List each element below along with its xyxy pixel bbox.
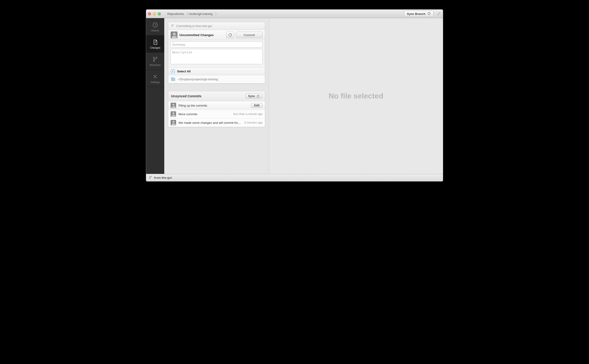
sync-button-label: Sync xyxy=(248,95,255,98)
close-window-button[interactable] xyxy=(148,12,151,15)
statusbar-branch-name[interactable]: from-the-gui xyxy=(154,176,172,179)
unsynced-panel: Unsynced Commits Sync Piling up the comm… xyxy=(168,91,265,127)
sync-branch-button[interactable]: Sync Branch xyxy=(404,11,434,17)
svg-point-3 xyxy=(153,60,154,61)
commits-list: Piling up the commitsEditMore commitsles… xyxy=(168,101,265,127)
fullscreen-button[interactable] xyxy=(437,12,441,16)
sync-branch-label: Sync Branch xyxy=(407,12,425,16)
svg-point-2 xyxy=(156,57,157,58)
select-all-label: Select All xyxy=(177,70,191,73)
breadcrumb-item[interactable]: Repositories xyxy=(165,12,186,16)
commit-panel: Committing to from-the-gui Uncommitted C… xyxy=(168,22,265,84)
svg-point-1 xyxy=(153,57,154,58)
folder-icon xyxy=(171,78,175,81)
commit-message: We made some changes and will commit fro… xyxy=(179,121,242,124)
project-path-row[interactable]: ~/Dropbox/projects/git-training xyxy=(168,75,265,83)
app-window: Repositories nicdev/git-training Sync Br… xyxy=(146,9,443,182)
branch-icon xyxy=(171,24,174,28)
svg-point-8 xyxy=(151,176,151,177)
svg-point-9 xyxy=(150,178,150,178)
commit-button[interactable]: Commit xyxy=(236,32,263,38)
minimize-window-button[interactable] xyxy=(153,12,156,15)
refresh-changes-button[interactable] xyxy=(226,32,234,38)
commit-item[interactable]: More commitsless than a minute ago xyxy=(168,110,265,118)
commit-branch-label: Committing to from-the-gui xyxy=(176,24,212,28)
commit-message: Piling up the commits xyxy=(179,104,249,107)
sidebar-item-branches[interactable]: Branches xyxy=(146,52,164,70)
summary-input[interactable] xyxy=(171,41,263,47)
statusbar: from-the-gui xyxy=(146,174,443,181)
titlebar: Repositories nicdev/git-training Sync Br… xyxy=(146,10,443,18)
commit-time: less than a minute ago xyxy=(233,112,263,116)
sidebar-item-label: History xyxy=(151,29,159,32)
sidebar-item-changes[interactable]: Changes xyxy=(146,35,164,52)
sidebar-item-label: Changes xyxy=(150,46,160,49)
commit-branch-header: Committing to from-the-gui xyxy=(168,22,265,30)
svg-point-5 xyxy=(173,25,174,25)
select-all-row[interactable]: ✓ Select All xyxy=(168,67,265,75)
commit-panel-title: Uncommitted Changes xyxy=(179,33,224,37)
project-path-label: ~/Dropbox/projects/git-training xyxy=(178,78,218,81)
commit-message: More commits xyxy=(179,112,231,116)
commit-form xyxy=(168,40,265,67)
avatar xyxy=(171,111,176,117)
sidebar-item-settings[interactable]: Settings xyxy=(146,70,164,87)
commit-item[interactable]: Piling up the commitsEdit xyxy=(168,101,265,110)
sidebar-item-history[interactable]: History xyxy=(146,18,164,35)
sidebar-item-label: Settings xyxy=(151,81,160,84)
sync-icon xyxy=(427,12,431,16)
sidebar-item-label: Branches xyxy=(150,64,161,66)
settings-icon xyxy=(152,73,158,80)
branches-icon xyxy=(152,56,158,63)
commit-item[interactable]: We made some changes and will commit fro… xyxy=(168,118,265,127)
description-input[interactable] xyxy=(171,49,263,64)
avatar xyxy=(171,103,176,108)
breadcrumb: Repositories nicdev/git-training xyxy=(165,12,215,16)
svg-point-7 xyxy=(150,176,150,177)
no-file-label: No file selected xyxy=(329,92,383,100)
svg-point-6 xyxy=(172,26,172,27)
select-all-checkbox[interactable]: ✓ xyxy=(171,69,175,73)
changes-column: Committing to from-the-gui Uncommitted C… xyxy=(164,18,269,174)
zoom-window-button[interactable] xyxy=(158,12,161,15)
unsynced-title: Unsynced Commits xyxy=(171,94,246,98)
sidebar: History Changes Branches xyxy=(146,18,164,174)
history-icon xyxy=(152,22,158,28)
edit-commit-button[interactable]: Edit xyxy=(251,103,263,108)
changes-icon xyxy=(152,39,158,46)
commit-header-row: Uncommitted Changes Commit xyxy=(168,30,265,40)
avatar xyxy=(171,120,176,125)
commit-time: 5 minutes ago xyxy=(244,121,263,124)
traffic-lights xyxy=(148,12,161,15)
sync-button[interactable]: Sync xyxy=(246,94,262,99)
avatar xyxy=(171,32,178,39)
branch-icon xyxy=(149,176,152,180)
unsynced-header: Unsynced Commits Sync xyxy=(168,91,265,101)
breadcrumb-item[interactable]: nicdev/git-training xyxy=(186,12,215,16)
detail-pane: No file selected xyxy=(269,18,443,174)
svg-point-4 xyxy=(172,25,172,25)
